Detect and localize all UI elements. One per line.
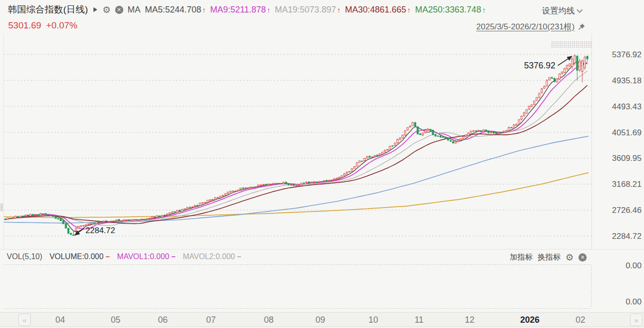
- candle-body: [273, 183, 274, 184]
- add-indicator-button[interactable]: 加指标: [510, 252, 533, 262]
- candle-body: [35, 214, 36, 215]
- time-axis-tick: 11: [405, 315, 434, 325]
- candle-body: [371, 157, 373, 157]
- switch-indicator-button[interactable]: 换指标: [538, 252, 561, 262]
- candle-body: [151, 217, 153, 218]
- candle-body: [417, 127, 419, 134]
- ma-section-label: MA: [128, 5, 141, 15]
- scroll-left-button[interactable]: «: [18, 314, 31, 326]
- candle-body: [556, 79, 558, 82]
- candle-body: [409, 126, 411, 127]
- candle-body: [523, 113, 525, 116]
- volume-indicator-label[interactable]: VOL(5,10): [7, 252, 42, 261]
- candle-body: [369, 156, 370, 157]
- candle-body: [581, 61, 583, 72]
- candle-body: [432, 130, 434, 134]
- ma-settings-button[interactable]: 设置均线: [542, 5, 582, 16]
- candle-body: [278, 183, 279, 184]
- candle-body: [412, 122, 413, 126]
- candle-body: [50, 215, 52, 216]
- candle-body: [496, 133, 497, 134]
- time-axis-tick: 2026: [515, 315, 544, 325]
- visible-range[interactable]: 2025/3/5-2026/2/10(231根): [476, 21, 586, 32]
- candle-body: [293, 184, 294, 185]
- candle-body: [434, 134, 436, 136]
- candle-body: [78, 226, 79, 228]
- candle-body: [263, 184, 264, 185]
- candle-body: [37, 214, 39, 215]
- candle-body: [329, 180, 330, 181]
- candle-body: [587, 56, 588, 59]
- price-axis-label: 3168.21: [598, 180, 642, 189]
- candle-body: [559, 74, 560, 79]
- candle-body: [252, 187, 254, 187]
- time-axis-tick: 06: [148, 315, 177, 325]
- candle-body: [536, 98, 538, 101]
- price-chart[interactable]: 5376.922284.72⣿⣿⣿⣿⣿⣿⣿⣿⣿⣿: [0, 0, 644, 328]
- candle-body: [473, 131, 474, 131]
- ma5-value: MA5:5244.708↑: [145, 5, 206, 15]
- candle-body: [212, 199, 213, 200]
- candle-body: [326, 180, 327, 181]
- candle-body: [295, 185, 297, 186]
- line-MA19: [5, 71, 588, 225]
- time-axis-tick: 07: [197, 315, 225, 325]
- ma-settings-gear-icon[interactable]: ⚙: [103, 5, 111, 14]
- candle-body: [526, 110, 527, 113]
- candle-body: [139, 220, 140, 220]
- expand-arrow-icon[interactable]: [93, 7, 97, 12]
- line-MA30: [5, 85, 588, 223]
- candle-body: [584, 57, 586, 68]
- candle-body: [351, 169, 353, 171]
- candle-body: [305, 182, 307, 183]
- candle-body: [95, 222, 97, 224]
- candle-body: [508, 127, 510, 131]
- left-resize-handle[interactable]: [0, 203, 3, 211]
- candle-body: [364, 158, 365, 161]
- indicator-settings-gear-icon[interactable]: ⚙: [565, 253, 574, 262]
- candle-body: [131, 220, 132, 221]
- candle-body: [384, 150, 385, 152]
- instrument-title[interactable]: 韩国综合指数(日线): [8, 3, 88, 16]
- time-axis-tick: 05: [101, 315, 130, 325]
- candle-body: [543, 86, 545, 88]
- indicator-close-icon[interactable]: ✕: [578, 253, 587, 262]
- candle-body: [80, 226, 82, 226]
- line-MA9: [5, 63, 588, 229]
- candle-body: [133, 220, 135, 220]
- candle-body: [437, 136, 439, 136]
- time-axis-tick: 12: [455, 315, 484, 325]
- candle-body: [73, 235, 74, 236]
- candle-body: [55, 217, 56, 219]
- candle-body: [275, 184, 276, 184]
- candle-body: [414, 122, 416, 126]
- candle-body: [204, 202, 206, 203]
- price-axis-label: 4051.69: [598, 128, 642, 138]
- candle-body: [450, 140, 451, 141]
- ma-close-icon[interactable]: ✕: [115, 6, 123, 14]
- candle-body: [387, 149, 388, 150]
- candle-body: [42, 214, 44, 214]
- candle-body: [323, 181, 325, 182]
- candle-body: [445, 137, 446, 138]
- candle-body: [17, 216, 18, 217]
- pin-icon[interactable]: [577, 23, 586, 31]
- candle-body: [179, 210, 181, 211]
- candle-body: [460, 139, 461, 140]
- candle-body: [214, 197, 216, 199]
- candle-body: [83, 225, 84, 226]
- candle-body: [75, 228, 77, 231]
- high-annotation: 5376.92: [524, 61, 555, 70]
- scroll-right-button[interactable]: »: [630, 314, 643, 326]
- candle-body: [199, 203, 201, 205]
- candle-body: [546, 80, 548, 86]
- candle-body: [343, 174, 345, 176]
- candle-body: [490, 132, 492, 133]
- candle-body: [424, 131, 426, 133]
- candle-body: [356, 163, 358, 167]
- candle-body: [468, 133, 469, 135]
- volume-scale-top: 0.00: [598, 261, 642, 271]
- candle-body: [4, 219, 6, 220]
- candle-body: [354, 167, 355, 169]
- time-axis: « 040506070809101112202602 »: [0, 312, 644, 327]
